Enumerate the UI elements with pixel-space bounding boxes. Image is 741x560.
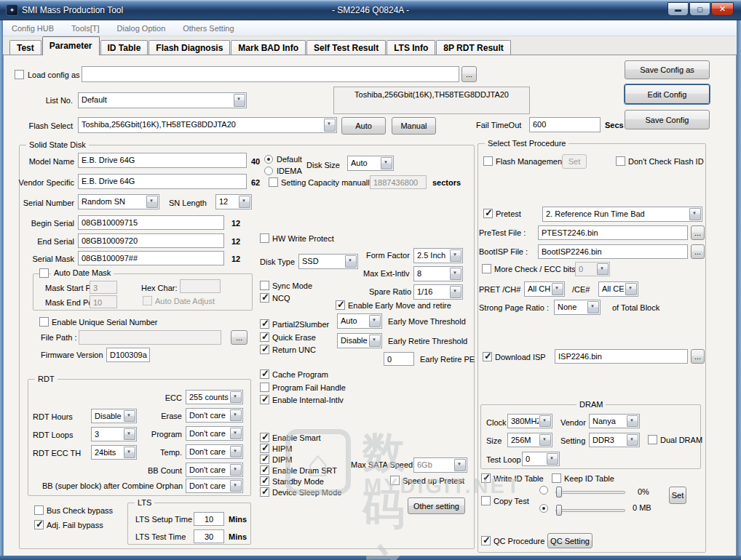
- chevron-down-icon[interactable]: [234, 94, 245, 107]
- bb-count-dropdown[interactable]: Don't care: [186, 463, 243, 477]
- flash-select-dropdown[interactable]: Toshiba,256Gbit(16K),TH58TEG8DDJTA20: [78, 117, 337, 133]
- auto-date-mask-checkbox[interactable]: [39, 268, 49, 278]
- title-bar[interactable]: ✦ SMI Mass Production Tool - SM2246 Q082…: [0, 0, 741, 20]
- qc-setting-button[interactable]: QC Setting: [547, 533, 593, 548]
- chevron-down-icon[interactable]: [627, 415, 638, 427]
- bb-super-dropdown[interactable]: Don't care: [186, 479, 243, 493]
- tab-id-table[interactable]: ID Table: [100, 40, 148, 55]
- copy-test-checkbox[interactable]: [481, 496, 491, 505]
- isp-browse-button[interactable]: ...: [691, 349, 705, 364]
- close-button[interactable]: ✕: [711, 2, 734, 16]
- early-retire-threshold-dropdown[interactable]: Disable: [337, 333, 382, 348]
- serial-number-dropdown[interactable]: Random SN: [78, 194, 159, 209]
- tab-8p-rdt-result[interactable]: 8P RDT Result: [436, 40, 510, 55]
- enable-smart-checkbox[interactable]: [260, 433, 269, 442]
- pretest-file-input[interactable]: PTEST2246.bin: [538, 225, 688, 240]
- qc-procedure-checkbox[interactable]: [481, 536, 491, 545]
- chevron-down-icon[interactable]: [230, 428, 242, 439]
- chevron-down-icon[interactable]: [239, 196, 250, 208]
- cache-program-checkbox[interactable]: [260, 369, 269, 379]
- ncq-checkbox[interactable]: [260, 293, 269, 303]
- bootisp-file-input[interactable]: BootISP2246.bin: [538, 244, 688, 259]
- temp-dropdown[interactable]: Don't care: [186, 444, 243, 459]
- chevron-down-icon[interactable]: [230, 446, 242, 457]
- dram-vendor-dropdown[interactable]: Nanya: [589, 414, 640, 428]
- strong-page-ratio-dropdown[interactable]: None: [554, 300, 601, 315]
- chevron-down-icon[interactable]: [547, 453, 558, 465]
- bootisp-file-browse-button[interactable]: ...: [691, 244, 705, 259]
- menu-others-setting[interactable]: Others Setting: [183, 24, 234, 33]
- ecc-dropdown[interactable]: 255 counts: [186, 390, 243, 404]
- chevron-down-icon[interactable]: [450, 286, 461, 298]
- bus-check-bypass-checkbox[interactable]: [34, 505, 44, 515]
- sn-length-dropdown[interactable]: 12: [215, 194, 252, 209]
- chevron-down-icon[interactable]: [230, 464, 242, 476]
- chevron-down-icon[interactable]: [230, 480, 242, 492]
- internal-intlv-checkbox[interactable]: [260, 395, 269, 404]
- chevron-down-icon[interactable]: [587, 301, 599, 313]
- load-config-checkbox[interactable]: [15, 70, 24, 79]
- dram-setting-dropdown[interactable]: DDR3: [589, 433, 640, 447]
- copy-test-mb-radio[interactable]: [539, 504, 548, 513]
- idema-radio[interactable]: [264, 167, 273, 175]
- test-loop-dropdown[interactable]: 0: [522, 452, 560, 466]
- write-id-table-checkbox[interactable]: [481, 473, 491, 483]
- setting-capacity-checkbox[interactable]: [269, 177, 278, 187]
- chevron-down-icon[interactable]: [369, 315, 381, 327]
- chevron-down-icon[interactable]: [450, 268, 461, 280]
- serial-mask-input[interactable]: 08GB100097##: [78, 251, 224, 265]
- percent-slider-track[interactable]: [555, 491, 625, 494]
- chevron-down-icon[interactable]: [625, 283, 637, 295]
- save-config-button[interactable]: Save Config: [625, 110, 710, 129]
- return-unc-checkbox[interactable]: [260, 345, 269, 354]
- maximize-button[interactable]: ▢: [689, 2, 710, 16]
- begin-serial-input[interactable]: 08GB10009715: [78, 215, 224, 230]
- disk-type-dropdown[interactable]: SSD: [298, 254, 358, 269]
- partial2slumber-checkbox[interactable]: [260, 319, 269, 329]
- list-no-dropdown[interactable]: Default: [78, 92, 247, 108]
- chevron-down-icon[interactable]: [324, 119, 336, 132]
- keep-id-table-checkbox[interactable]: [552, 473, 561, 483]
- copy-test-set-button[interactable]: Set: [669, 487, 686, 504]
- program-fail-handle-checkbox[interactable]: [260, 383, 269, 392]
- standby-mode-checkbox[interactable]: [260, 476, 269, 486]
- max-ext-intlv-dropdown[interactable]: 8: [413, 266, 463, 281]
- flash-management-checkbox[interactable]: [483, 156, 493, 166]
- sync-mode-checkbox[interactable]: [260, 281, 269, 290]
- mb-slider-thumb[interactable]: [556, 505, 562, 516]
- early-retire-pe-input[interactable]: 0: [384, 352, 414, 366]
- chevron-down-icon[interactable]: [381, 157, 392, 169]
- hipm-checkbox[interactable]: [260, 444, 269, 453]
- firmware-version-input[interactable]: D100309a: [106, 348, 150, 362]
- dont-check-flash-id-checkbox[interactable]: [616, 156, 625, 166]
- dual-dram-checkbox[interactable]: [648, 435, 657, 444]
- tab-mark-bad-info[interactable]: Mark BAD Info: [231, 40, 306, 55]
- max-sata-speed-dropdown[interactable]: 6Gb: [413, 457, 467, 473]
- pret-ch-dropdown[interactable]: All CH: [524, 281, 565, 297]
- menu-config-hub[interactable]: Config HUB: [12, 24, 54, 33]
- end-serial-input[interactable]: 08GB10009720: [78, 233, 224, 248]
- hw-write-protect-checkbox[interactable]: [260, 233, 269, 243]
- download-isp-checkbox[interactable]: [483, 352, 492, 361]
- minimize-button[interactable]: ▬: [667, 2, 689, 16]
- early-move-retire-checkbox[interactable]: [336, 300, 345, 310]
- fail-timeout-input[interactable]: 600: [529, 117, 601, 132]
- auto-button[interactable]: Auto: [341, 117, 386, 135]
- chevron-down-icon[interactable]: [454, 459, 466, 471]
- chevron-down-icon[interactable]: [230, 391, 242, 403]
- tab-self-test-result[interactable]: Self Test Result: [306, 40, 386, 55]
- chevron-down-icon[interactable]: [345, 255, 357, 268]
- vendor-specific-input[interactable]: E.B. Drive 64G: [78, 174, 247, 189]
- chevron-down-icon[interactable]: [369, 335, 381, 347]
- default-radio[interactable]: [264, 155, 273, 164]
- tab-flash-diagnosis[interactable]: Flash Diagnosis: [148, 40, 230, 55]
- chevron-down-icon[interactable]: [627, 434, 638, 446]
- spare-ratio-dropdown[interactable]: 1/16: [413, 284, 463, 300]
- disk-size-dropdown[interactable]: Auto: [347, 156, 394, 171]
- chevron-down-icon[interactable]: [552, 283, 563, 295]
- pretest-file-browse-button[interactable]: ...: [691, 225, 705, 240]
- lts-test-time-input[interactable]: 30: [194, 529, 224, 543]
- mb-slider-track[interactable]: [555, 509, 625, 512]
- menu-tools[interactable]: Tools[T]: [71, 24, 100, 33]
- ce-dropdown[interactable]: All CE: [598, 281, 638, 297]
